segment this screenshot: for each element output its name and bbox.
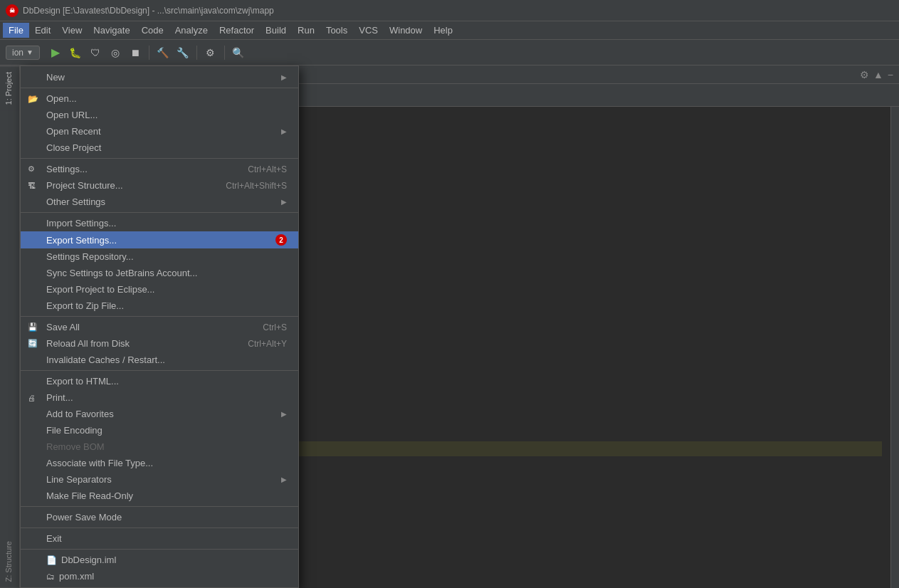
title-text: DbDesign [E:\Javatest\DbDesign] - ...\sr… <box>23 6 274 16</box>
coverage-button[interactable]: 🛡 <box>87 44 104 61</box>
profile-button[interactable]: ◎ <box>107 44 124 61</box>
menu-bar: File Edit View Navigate Code Analyze Ref… <box>0 21 899 40</box>
menu-import-settings[interactable]: Import Settings... <box>21 215 298 231</box>
menu-item-build[interactable]: Build <box>260 23 292 38</box>
menu-item-refactor[interactable]: Refactor <box>214 23 260 38</box>
menu-add-favorites[interactable]: Add to Favorites ▶ <box>21 406 298 422</box>
main-area: 1: Project Z: Structure 📁 zwj › 📁 mapper… <box>0 65 899 588</box>
menu-sep5 <box>21 370 298 371</box>
file-dropdown-menu: New ▶ 📂 Open... Open URL... Open Recent … <box>20 65 299 588</box>
menu-close-project[interactable]: Close Project <box>21 140 298 156</box>
menu-other-settings[interactable]: Other Settings ▶ <box>21 194 298 210</box>
menu-item-file[interactable]: File <box>3 23 29 38</box>
menu-dbdesign-iml[interactable]: 📄 DbDesign.iml <box>21 552 298 568</box>
menu-sep2 <box>21 158 298 159</box>
menu-settings[interactable]: ⚙ Settings... Ctrl+Alt+S <box>21 161 298 177</box>
reload-icon: 🔄 <box>28 339 38 348</box>
open-icon: 📂 <box>28 94 38 104</box>
submenu-arrow-favorites: ▶ <box>281 410 287 418</box>
title-bar: ☠ DbDesign [E:\Javatest\DbDesign] - ...\… <box>0 0 899 21</box>
project-tab[interactable]: 1: Project <box>0 65 19 110</box>
shortcut-save: Ctrl+S <box>263 322 287 332</box>
debug-button[interactable]: 🐛 <box>67 44 84 61</box>
menu-exit[interactable]: Exit <box>21 530 298 547</box>
menu-sep6 <box>21 506 298 507</box>
menu-item-navigate[interactable]: Navigate <box>88 23 135 38</box>
submenu-arrow-other: ▶ <box>281 198 287 206</box>
structure-tab[interactable]: Z: Structure <box>0 535 19 588</box>
pom-icon: 🗂 <box>46 572 55 582</box>
menu-project-structure[interactable]: 🏗 Project Structure... Ctrl+Alt+Shift+S <box>21 177 298 194</box>
shortcut-reload: Ctrl+Alt+Y <box>248 339 287 349</box>
toolbar-sep1 <box>149 46 149 60</box>
right-scrollbar[interactable] <box>890 107 899 588</box>
toolbar-sep3 <box>224 46 225 60</box>
menu-item-view[interactable]: View <box>56 23 88 38</box>
run-button[interactable]: ▶ <box>47 44 64 61</box>
minimize-icon[interactable]: − <box>888 69 893 80</box>
menu-sep8 <box>21 549 298 550</box>
menu-sep1 <box>21 88 298 88</box>
chevron-down-icon: ▼ <box>26 48 33 56</box>
toolbar-sep2 <box>196 46 197 60</box>
app-window: ☠ DbDesign [E:\Javatest\DbDesign] - ...\… <box>0 0 899 588</box>
menu-item-run[interactable]: Run <box>292 23 320 38</box>
menu-open-url[interactable]: Open URL... <box>21 107 298 123</box>
submenu-arrow-linesep: ▶ <box>281 476 287 483</box>
menu-item-window[interactable]: Window <box>384 23 428 38</box>
breadcrumb-tools: ⚙ ▲ − <box>860 69 893 80</box>
menu-new[interactable]: New ▶ <box>21 69 298 85</box>
menu-item-edit[interactable]: Edit <box>29 23 56 38</box>
menu-save-all[interactable]: 💾 Save All Ctrl+S <box>21 319 298 335</box>
export-settings-badge: 2 <box>275 234 287 246</box>
menu-sep4 <box>21 316 298 317</box>
menu-sync-settings[interactable]: Sync Settings to JetBrains Account... <box>21 265 298 281</box>
menu-reload[interactable]: 🔄 Reload All from Disk Ctrl+Alt+Y <box>21 335 298 352</box>
menu-associate-file-type[interactable]: Associate with File Type... <box>21 455 298 471</box>
menu-invalidate-caches[interactable]: Invalidate Caches / Restart... <box>21 352 298 368</box>
project-structure-icon: 🏗 <box>28 182 36 190</box>
menu-line-separators[interactable]: Line Separators ▶ <box>21 471 298 488</box>
menu-power-save[interactable]: Power Save Mode <box>21 509 298 525</box>
menu-pom-xml[interactable]: 🗂 pom.xml <box>21 568 298 584</box>
shortcut-settings: Ctrl+Alt+S <box>248 164 287 174</box>
menu-item-code[interactable]: Code <box>136 23 169 38</box>
save-icon: 💾 <box>28 322 38 332</box>
up-icon[interactable]: ▲ <box>873 69 883 80</box>
branch-selector[interactable]: ion ▼ <box>6 46 40 60</box>
print-icon: 🖨 <box>28 394 36 402</box>
menu-open[interactable]: 📂 Open... <box>21 90 298 107</box>
menu-make-readonly[interactable]: Make File Read-Only <box>21 488 298 504</box>
menu-item-analyze[interactable]: Analyze <box>169 23 214 38</box>
iml-icon: 📄 <box>46 555 57 565</box>
build-btn[interactable]: 🔨 <box>154 44 172 61</box>
settings-toolbar-btn[interactable]: ⚙ <box>202 44 219 61</box>
menu-sep7 <box>21 527 298 528</box>
search-everywhere-btn[interactable]: 🔍 <box>230 44 247 61</box>
submenu-arrow-recent: ▶ <box>281 127 287 135</box>
toolbar: ion ▼ ▶ 🐛 🛡 ◎ ⏹ 🔨 🔧 ⚙ 🔍 <box>0 40 899 65</box>
app-logo: ☠ <box>6 4 19 17</box>
menu-export-settings[interactable]: Export Settings... 2 <box>21 231 298 248</box>
menu-sep3 <box>21 212 298 213</box>
menu-file-encoding[interactable]: File Encoding <box>21 422 298 439</box>
editor-section: 📁 zwj › 📁 mapper › 🗺 OrderMapper ⚙ ▲ − ☕ <box>20 65 899 588</box>
menu-settings-repo[interactable]: Settings Repository... <box>21 248 298 265</box>
rebuild-btn[interactable]: 🔧 <box>174 44 191 61</box>
menu-item-tools[interactable]: Tools <box>320 23 353 38</box>
shortcut-ps: Ctrl+Alt+Shift+S <box>226 181 287 191</box>
menu-item-help[interactable]: Help <box>428 23 458 38</box>
menu-export-html[interactable]: Export to HTML... <box>21 373 298 389</box>
menu-open-recent[interactable]: Open Recent ▶ <box>21 123 298 140</box>
menu-export-zip[interactable]: Export to Zip File... <box>21 298 298 314</box>
menu-remove-bom: Remove BOM <box>21 439 298 455</box>
stop-button[interactable]: ⏹ <box>127 44 144 61</box>
settings-icon[interactable]: ⚙ <box>860 69 869 80</box>
left-vertical-tabs: 1: Project Z: Structure <box>0 65 20 588</box>
menu-export-eclipse[interactable]: Export Project to Eclipse... <box>21 281 298 298</box>
menu-print[interactable]: 🖨 Print... <box>21 389 298 406</box>
settings-icon2: ⚙ <box>28 164 35 174</box>
menu-item-vcs[interactable]: VCS <box>353 23 384 38</box>
submenu-arrow-new: ▶ <box>281 73 287 81</box>
